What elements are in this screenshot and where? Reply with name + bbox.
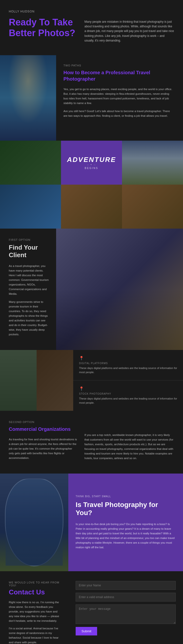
contact-body1: Right now there is no us. I'm running th…: [9, 600, 61, 623]
travel-photo-title: Is Travel Photography for You?: [76, 501, 176, 517]
contact-title: Contact Us: [9, 588, 61, 596]
ocean-image: [0, 185, 61, 228]
location-icon-2: 📍: [79, 386, 177, 391]
man-image: [37, 350, 73, 411]
two-paths-label: TWO PATHS: [63, 64, 174, 67]
travel-photo-section: THINK BIG, START SMALL Is Travel Photogr…: [0, 474, 183, 571]
message-textarea[interactable]: [76, 604, 176, 624]
contact-label: WE WOULD LOVE TO HEAR FROM YOU!: [9, 581, 61, 587]
first-option-section: FIRST OPTION Find Your Client As a trave…: [0, 228, 183, 350]
stock-photography-label: STOCK PHOTOGRAPHY: [79, 392, 177, 395]
name-input[interactable]: [76, 581, 176, 590]
hero-section: HOLLY HUDSON Ready To Take Better Photos…: [0, 0, 183, 55]
first-option-label: FIRST OPTION: [9, 238, 49, 241]
adventure-text: ADVENTURE: [67, 156, 116, 164]
girl-car-image: [56, 228, 183, 350]
plane-image: [0, 474, 68, 571]
submit-button[interactable]: Submit: [76, 627, 97, 636]
digital-platforms-body: These days digital platforms and website…: [79, 366, 177, 374]
canyon-image: [0, 55, 56, 141]
contact-section: WE WOULD LOVE TO HEAR FROM YOU! Contact …: [0, 571, 183, 644]
second-option-body-left: As traveling for free and shooting touri…: [9, 437, 77, 460]
first-option-title: Find Your Client: [9, 244, 49, 259]
author-name: HOLLY HUDSON: [9, 10, 174, 13]
hero-title: Ready To Take Better Photos?: [9, 17, 77, 38]
second-option-label: SECOND OPTION: [9, 420, 77, 424]
two-paths-title: How to Become a Professional Travel Phot…: [63, 69, 174, 82]
two-paths-body1: Yes, you get to go to amazing places, me…: [63, 87, 174, 106]
second-option-section: SECOND OPTION Commercial Organizations A…: [0, 411, 183, 474]
mountain-snow-image: [122, 141, 183, 185]
digital-platforms-item: 📍 DIGITAL PLATFORMS These days digital p…: [73, 350, 183, 380]
adventure-sub: BEGINS: [85, 167, 98, 170]
travel-photo-body: Is your nine-to-five desk job boring you…: [76, 522, 176, 550]
email-input[interactable]: [76, 593, 176, 602]
second-option-body-right: If you are a top notch, worldwide known …: [84, 420, 174, 464]
stock-photography-body: These days digital platforms and website…: [79, 396, 177, 405]
think-big-label: THINK BIG, START SMALL: [76, 495, 176, 498]
location-icon-1: 📍: [79, 356, 177, 360]
forest-image: [0, 141, 61, 185]
hero-description: Many people are mistaken in thinking tha…: [84, 17, 174, 43]
desert-image: [61, 185, 122, 228]
platforms-section: 📍 DIGITAL PLATFORMS These days digital p…: [0, 350, 183, 411]
digital-platforms-label: DIGITAL PLATFORMS: [79, 362, 177, 364]
two-paths-body2: Are you still here? Good! Let's talk abo…: [63, 109, 174, 118]
second-option-title: Commercial Organizations: [9, 426, 77, 432]
first-option-body2: Many governments strive to promote touri…: [9, 300, 49, 337]
temple-image: [0, 350, 37, 411]
contact-body2: I'm a social animal. Animal because I've…: [9, 626, 61, 644]
adventure-section: ADVENTURE — ✦ — BEGINS: [0, 141, 183, 228]
stock-photography-item: 📍 STOCK PHOTOGRAPHY These days digital p…: [73, 380, 183, 411]
adventure-overlay: ADVENTURE — ✦ — BEGINS: [61, 141, 122, 185]
plane-window: [5, 478, 63, 566]
desert2-image: [122, 185, 183, 228]
first-option-body1: As a travel photographer, you have many …: [9, 264, 49, 296]
two-paths-section: TWO PATHS How to Become a Professional T…: [0, 55, 183, 141]
